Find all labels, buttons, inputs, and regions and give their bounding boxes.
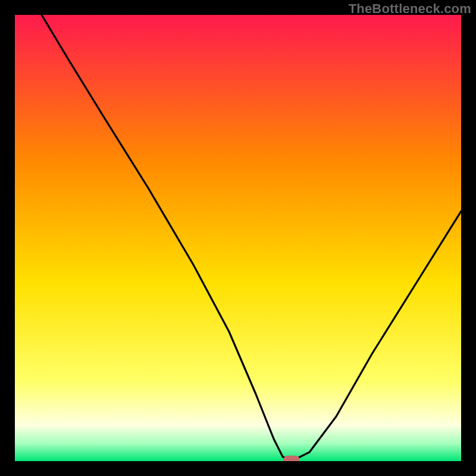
optimal-marker bbox=[284, 456, 299, 461]
watermark-text: TheBottleneck.com bbox=[349, 1, 471, 17]
chart-frame: TheBottleneck.com bbox=[0, 0, 476, 476]
plot-area bbox=[15, 15, 461, 461]
chart-svg bbox=[15, 15, 461, 461]
